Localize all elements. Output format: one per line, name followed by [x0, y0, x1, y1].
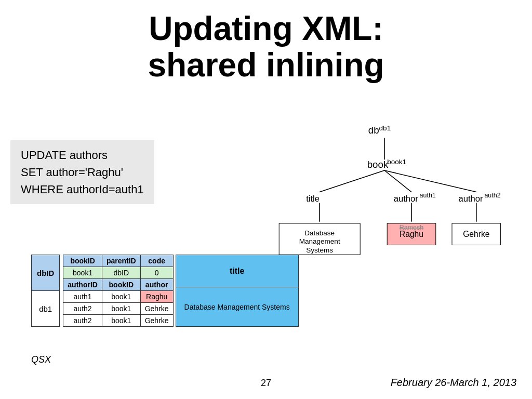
svg-text:book1: book1 [387, 158, 406, 166]
auth1-book: book1 [102, 291, 140, 303]
svg-text:Systems: Systems [306, 246, 333, 254]
auth2-id: auth2 [63, 303, 102, 315]
sql-box: UPDATE authors SET author='Raghu' WHERE … [10, 140, 154, 204]
author-id-header: authorID [63, 279, 102, 291]
auth2-book: book1 [102, 303, 140, 315]
svg-text:Gehrke: Gehrke [463, 230, 489, 238]
tree-diagram: db db1 book book1 title author auth1 aut… [249, 119, 520, 275]
title-col-header: title [176, 255, 298, 287]
svg-text:Database: Database [304, 229, 335, 237]
auth2-name: Gehrke [140, 303, 173, 315]
parent-id-header: parentID [102, 255, 140, 267]
title-table: title Database Management Systems [176, 255, 299, 327]
title-line1: Updating XML: [0, 10, 532, 47]
qsx-label: QSX [31, 354, 51, 365]
page-number: 27 [261, 378, 271, 389]
db-id-table: dbID db1 [31, 255, 60, 327]
auth2b-id: auth2 [63, 315, 102, 327]
sql-line3: WHERE authorId=auth1 [21, 181, 144, 198]
author-book-id-header: bookID [102, 279, 140, 291]
middle-table: bookID parentID code book1 dbID 0 author… [63, 255, 173, 327]
date-label: February 26-March 1, 2013 [391, 377, 516, 389]
svg-text:auth2: auth2 [484, 192, 500, 199]
code-header: code [140, 255, 173, 267]
auth1-id: auth1 [63, 291, 102, 303]
svg-text:auth1: auth1 [420, 192, 436, 199]
slide-title: Updating XML: shared inlining [0, 0, 532, 84]
db-id-header: dbID [32, 255, 60, 291]
svg-text:title: title [306, 194, 320, 204]
auth2b-name: Gehrke [140, 315, 173, 327]
svg-text:Management: Management [299, 237, 340, 245]
sql-line1: UPDATE authors [21, 147, 144, 164]
svg-text:db1: db1 [379, 124, 391, 132]
db-id-row1: db1 [32, 291, 60, 327]
book-id-header: bookID [63, 255, 102, 267]
title-col-value: Database Management Systems [176, 287, 298, 327]
svg-text:book: book [367, 159, 389, 170]
svg-text:db: db [368, 125, 379, 136]
auth1-name: Raghu [140, 291, 173, 303]
svg-text:author: author [458, 194, 483, 204]
svg-text:author: author [394, 194, 419, 204]
title-line2: shared inlining [0, 47, 532, 83]
tables-area: dbID db1 bookID parentID code book1 dbID… [31, 255, 299, 327]
author-header: author [140, 279, 173, 291]
parent-id-cell: dbID [102, 267, 140, 279]
svg-line-1 [320, 170, 384, 192]
auth2b-book: book1 [102, 315, 140, 327]
book-id-cell: book1 [63, 267, 102, 279]
svg-text:Ramesh: Ramesh [400, 224, 423, 231]
code-cell: 0 [140, 267, 173, 279]
sql-line2: SET author='Raghu' [21, 164, 144, 181]
